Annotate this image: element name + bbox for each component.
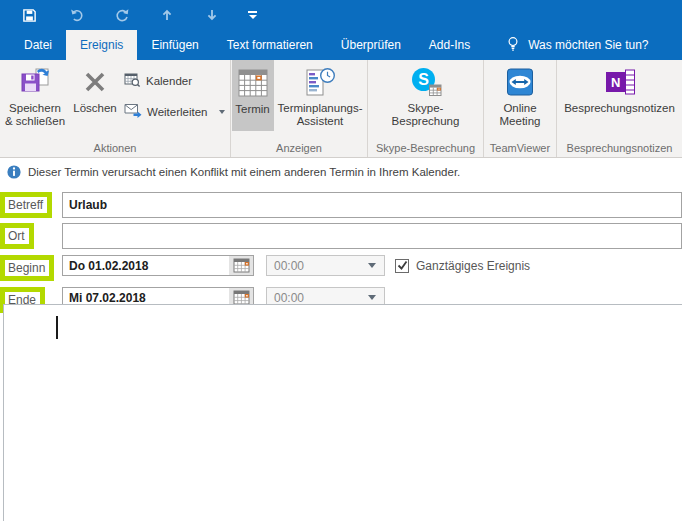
tab-label: Ereignis [80,38,123,52]
skype-label-1: Skype- [408,102,444,115]
undo-icon[interactable] [68,6,86,24]
appointment-label: Termin [235,103,270,116]
delete-x-icon [82,65,108,99]
move-down-icon[interactable] [203,6,221,24]
save-close-icon [18,65,52,99]
subject-label: Betreff [0,192,52,218]
scheduling-label-2: Assistent [297,115,344,128]
meeting-notes-label: Besprechungsnotizen [564,102,675,115]
group-label-aktionen: Aktionen [0,142,230,154]
scheduling-assistant-button[interactable]: Terminplanungs- Assistent [274,60,367,132]
delete-label: Löschen [73,102,116,115]
delete-button[interactable]: Löschen [68,60,122,132]
start-time-select[interactable]: 00:00 [266,255,385,276]
save-close-button[interactable]: Speichern & schließen [2,60,68,132]
tab-add-ins[interactable]: Add-Ins [415,30,484,60]
start-row: Beginn Do 01.02.2018 00:00 [0,255,682,281]
info-icon [7,165,21,179]
location-row: Ort [0,223,682,249]
online-meeting-label-2: Meeting [500,115,541,128]
end-time-value: 00:00 [274,291,304,305]
tab-label: Datei [24,38,52,52]
ribbon-group-notizen: N Besprechungsnotizen Besprechungsnotize… [557,60,682,157]
group-label-notizen: Besprechungsnotizen [557,142,682,154]
ribbon-group-anzeigen: Termin [231,60,368,157]
ribbon-group-skype: S Skype- Besprechung Skype-Besprechung [368,60,484,157]
forward-button[interactable]: Weiterleiten [124,103,228,120]
group-label-teamviewer: TeamViewer [484,142,556,154]
teamviewer-icon [504,65,536,99]
appointment-button[interactable]: Termin [232,60,274,131]
calendar-search-icon [124,72,141,90]
customize-qat-icon[interactable] [248,11,257,19]
skype-label-2: Besprechung [392,115,460,128]
tab-ereignis[interactable]: Ereignis [66,30,137,60]
svg-text:N: N [611,75,620,90]
tell-me-box[interactable]: Was möchten Sie tun? [506,30,648,60]
all-day-checkbox[interactable] [395,259,409,273]
skype-icon: S [409,65,443,99]
chevron-down-icon [368,263,376,268]
calendar-label: Kalender [146,75,192,87]
tab-label: Text formatieren [227,38,313,52]
save-close-label-2: & schließen [5,115,65,128]
location-input[interactable] [62,223,682,249]
lightbulb-icon [506,36,520,55]
online-meeting-label-1: Online [503,102,536,115]
online-meeting-button[interactable]: Online Meeting [487,60,553,132]
subject-input[interactable] [62,192,682,218]
tab-label: Überprüfen [341,38,401,52]
tab-text-formatieren[interactable]: Text formatieren [213,30,327,60]
tab-einfuegen[interactable]: Einfügen [137,30,212,60]
svg-text:S: S [418,71,429,88]
location-label: Ort [0,223,34,249]
tab-ueberpruefen[interactable]: Überprüfen [327,30,415,60]
appointment-calendar-icon [237,66,269,100]
checkmark-icon [397,260,408,271]
conflict-message: Dieser Termin verursacht einen Konflikt … [28,166,460,178]
start-time-value: 00:00 [274,259,304,273]
end-date-value: Mi 07.02.2018 [69,291,146,305]
start-date-field[interactable]: Do 01.02.2018 [62,255,254,276]
all-day-group: Ganztägiges Ereignis [395,255,530,276]
ribbon: Speichern & schließen Löschen [0,60,682,158]
ribbon-group-aktionen: Speichern & schließen Löschen [0,60,231,157]
start-label: Beginn [0,255,54,281]
save-close-label-1: Speichern [9,102,61,115]
skype-meeting-button[interactable]: S Skype- Besprechung [372,60,480,132]
tab-label: Add-Ins [429,38,470,52]
save-icon[interactable] [20,6,38,24]
chevron-down-icon [368,295,376,300]
conflict-infobar: Dieser Termin verursacht einen Konflikt … [0,158,682,186]
titlebar [0,0,682,30]
forward-label: Weiterleiten [147,106,208,118]
onenote-icon: N [603,65,637,99]
calendar-button[interactable]: Kalender [124,72,228,90]
chevron-down-icon [219,110,225,114]
tell-me-label: Was möchten Sie tun? [528,38,648,52]
group-label-anzeigen: Anzeigen [231,142,367,154]
notes-body-area[interactable] [3,304,682,521]
group-label-skype: Skype-Besprechung [368,142,483,154]
scheduling-label-1: Terminplanungs- [278,102,363,115]
appointment-form: Betreff Ort Beginn Do 01.02.2018 [0,186,682,313]
start-date-picker-icon[interactable] [229,256,253,275]
meeting-notes-button[interactable]: N Besprechungsnotizen [559,60,681,132]
ribbon-tab-bar: Datei Ereignis Einfügen Text formatieren… [0,30,682,60]
forward-envelope-icon [124,103,142,120]
text-cursor [56,316,58,339]
tab-label: Einfügen [151,38,198,52]
start-date-value: Do 01.02.2018 [69,259,148,273]
redo-icon[interactable] [113,6,131,24]
all-day-label: Ganztägiges Ereignis [416,259,530,273]
subject-row: Betreff [0,192,682,218]
ribbon-group-teamviewer: Online Meeting TeamViewer [484,60,557,157]
tab-datei[interactable]: Datei [10,30,66,60]
outlook-appointment-window: Datei Ereignis Einfügen Text formatieren… [0,0,682,521]
scheduling-assistant-icon [304,65,336,99]
move-up-icon[interactable] [158,6,176,24]
